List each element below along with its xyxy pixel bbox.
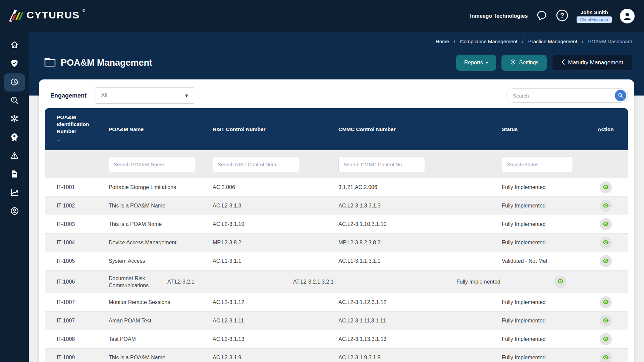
cell-poam-name: System Access (109, 258, 213, 264)
sidebar-item-risk[interactable] (4, 147, 25, 165)
view-poam-button[interactable] (600, 200, 612, 212)
cell-cmmc-number: AC.L2-3.1.10,3.1.10 (338, 221, 502, 227)
table-row[interactable]: IT-1009 This is a POA&M Name AC.L2-3.1.9… (45, 349, 628, 362)
help-button[interactable]: ? (556, 9, 569, 23)
sidebar (0, 32, 29, 362)
eye-icon (602, 335, 609, 344)
column-header-nist[interactable]: NIST Control Number (213, 126, 338, 132)
badge-award-icon (10, 133, 19, 143)
column-header-status[interactable]: Status (502, 126, 583, 132)
poam-card: Engagement All ▼ (39, 79, 634, 362)
engagement-selected-value: All (101, 92, 107, 99)
cell-poam-id: IT-1005 (45, 258, 109, 264)
cell-poam-id: IT-1002 (45, 203, 109, 209)
sidebar-item-compliance[interactable] (4, 55, 25, 73)
sort-asc-icon[interactable]: ⌃ (57, 138, 109, 145)
eye-icon (602, 183, 609, 192)
view-poam-button[interactable] (600, 237, 612, 249)
view-poam-button[interactable] (600, 181, 612, 193)
table-row[interactable]: IT-1008 Test POAM AC.L2-3.1.13 AC.L2-3.1… (45, 330, 628, 349)
column-header-id[interactable]: POA&M Identification Number ⌃ (45, 114, 109, 145)
filter-status-input[interactable] (502, 156, 573, 172)
search-alert-icon (10, 96, 19, 106)
filter-nist-input[interactable] (213, 156, 299, 172)
view-poam-button[interactable] (600, 352, 612, 362)
page-title: POA&M Management (61, 58, 152, 68)
sidebar-item-certification[interactable] (4, 129, 25, 147)
sidebar-item-reports[interactable] (4, 184, 25, 202)
dropdown-arrow-icon: ▼ (184, 93, 189, 98)
global-search-input[interactable] (513, 93, 615, 99)
sidebar-item-findings[interactable] (4, 92, 25, 110)
chart-line-icon (10, 188, 19, 198)
view-poam-button[interactable] (600, 333, 612, 345)
view-poam-button[interactable] (554, 276, 567, 288)
engagement-select[interactable]: All ▼ (95, 87, 195, 104)
profile-menu-button[interactable] (620, 9, 635, 23)
breadcrumb-practice-management[interactable]: Practice Management (528, 39, 577, 44)
cell-cmmc-number: 3.1.21,AC.2.006 (338, 184, 502, 190)
cell-status: Validated - Not Met (502, 258, 583, 264)
view-poam-button[interactable] (600, 255, 612, 267)
warning-triangle-icon (10, 151, 19, 161)
eye-icon (602, 354, 609, 362)
cell-poam-name: Device Access Management (109, 240, 213, 246)
breadcrumb-current: POA&M Dashboard (588, 39, 632, 44)
cell-nist-number: AC.L1-3.1.1 (213, 258, 338, 264)
table-row[interactable]: IT-1005 System Access AC.L1-3.1.1 AC.L1-… (45, 252, 628, 270)
view-poam-button[interactable] (600, 296, 612, 308)
breadcrumb-compliance-management[interactable]: Compliance Management (460, 39, 517, 44)
cell-cmmc-number: AC.L2-3.1.11,3.1.11 (338, 318, 502, 324)
filter-poam-name-input[interactable] (109, 156, 195, 172)
reports-button[interactable]: Reports ▾ (456, 55, 496, 71)
document-icon (10, 170, 18, 180)
cell-status: Fully Implemented (457, 279, 538, 285)
shield-check-icon (10, 59, 19, 69)
cell-poam-id: IT-1007 (45, 299, 109, 305)
user-info[interactable]: John Smith ClientManager (577, 9, 612, 23)
cell-poam-name: Test POAM (109, 336, 213, 342)
cell-status: Fully Implemented (502, 336, 583, 342)
table-row[interactable]: IT-1004 Device Access Management MP.L2-3… (45, 234, 628, 252)
settings-button[interactable]: Settings (501, 55, 547, 71)
engagement-label: Engagement (50, 92, 87, 99)
sidebar-item-home[interactable] (4, 37, 25, 55)
cell-status: Fully Implemented (502, 221, 583, 227)
column-header-action: Action (583, 126, 628, 132)
table-row[interactable]: IT-1006 Documnet Risk Communications AT.… (45, 270, 628, 293)
column-header-cmmc[interactable]: CMMC Control Number (338, 126, 502, 132)
breadcrumb-separator: / (454, 39, 455, 44)
search-icon (618, 92, 624, 99)
cell-cmmc-number: AC.L1-3.1.1,3.1.1 (338, 258, 502, 264)
cell-nist-number: AC.L2-3.1.12 (213, 299, 338, 305)
table-row[interactable]: IT-1003 This is a POAM Name AC.L2-3.1.10… (45, 215, 628, 234)
breadcrumb-home[interactable]: Home (436, 39, 449, 44)
chat-button[interactable] (536, 10, 548, 22)
cell-poam-name: This is a POA&M Name (109, 203, 213, 209)
filter-cmmc-input[interactable] (338, 156, 425, 172)
cell-poam-name: Monitor Remote Sessions (109, 299, 213, 305)
cell-status: Fully Implemented (502, 240, 583, 246)
table-row[interactable]: IT-1002 This is a POA&M Name AC.L2-3.1.3… (45, 197, 628, 215)
brand-logo[interactable]: CYTURUS ® (8, 8, 85, 24)
column-header-name[interactable]: POA&M Name (109, 126, 213, 132)
table-row[interactable]: IT-1001 Portable Storage Limitations AC.… (45, 178, 628, 197)
cell-status: Fully Implemented (502, 318, 583, 324)
cyturus-triangle-icon (8, 8, 24, 24)
table-row[interactable]: IT-1007 Monitor Remote Sessions AC.L2-3.… (45, 293, 628, 312)
search-submit-button[interactable] (615, 90, 626, 101)
table-row[interactable]: IT-1007 Aman POAM Test AC.L2-3.1.11 AC.L… (45, 312, 628, 330)
network-hub-icon (10, 114, 19, 124)
sidebar-item-network[interactable] (4, 110, 25, 128)
sidebar-item-documents[interactable] (4, 166, 25, 184)
question-circle-icon: ? (556, 9, 569, 23)
sidebar-item-poam[interactable] (4, 73, 25, 92)
maturity-management-button[interactable]: Maturity Management (552, 55, 632, 71)
brand-name: CYTURUS (26, 8, 80, 22)
cell-cmmc-number: AC.L2-3.1.9,3.1.9 (338, 355, 502, 361)
sidebar-item-account[interactable] (4, 202, 25, 221)
user-role-badge: ClientManager (577, 16, 612, 23)
view-poam-button[interactable] (600, 218, 612, 230)
view-poam-button[interactable] (600, 315, 612, 327)
cell-nist-number: MP.L2-3.8.2 (213, 240, 338, 246)
